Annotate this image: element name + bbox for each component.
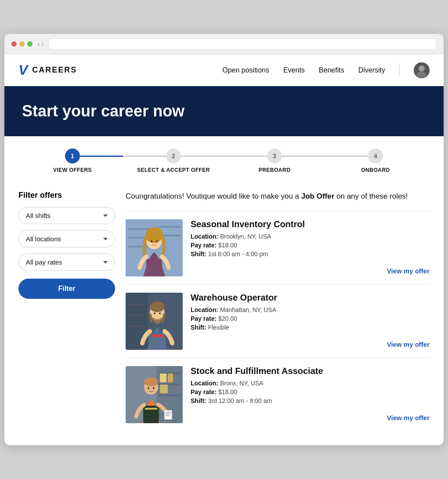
job-pay-3: Pay rate: $18.00 <box>191 388 430 396</box>
user-avatar[interactable] <box>414 62 430 78</box>
view-offer-button-2[interactable]: View my offer <box>387 341 430 348</box>
step-1-container: 1 VIEW OFFERS <box>22 149 123 173</box>
job-shift-label-2: Shift: <box>191 324 206 331</box>
logo-area: V CAREERS <box>18 62 77 78</box>
dot-minimize[interactable] <box>19 41 25 47</box>
nav-diversity[interactable]: Diversity <box>358 66 385 74</box>
svg-rect-34 <box>160 385 168 393</box>
job-location-1: Location: Brooklyn, NY, USA <box>191 233 430 240</box>
job-info-2: Warehouse Operator Location: Manhattan, … <box>191 293 430 333</box>
browser-dots <box>11 41 33 47</box>
stock-person-svg <box>126 366 183 423</box>
navbar: V CAREERS Open positions Events Benefits… <box>4 54 444 86</box>
job-shift-value-3-text: 3rd 12:00 am - 8:00 am <box>208 397 272 404</box>
nav-events[interactable]: Events <box>283 66 305 74</box>
step-2-line-wrapper: 2 <box>123 149 224 163</box>
warehouse-person-svg <box>126 293 183 350</box>
browser-bar: ‹ › <box>4 34 444 54</box>
step-1-left-line <box>22 156 65 157</box>
dot-maximize[interactable] <box>27 41 33 47</box>
filter-button[interactable]: Filter <box>18 279 115 299</box>
step-3-left-line <box>224 156 267 157</box>
shifts-dropdown[interactable]: All shifts <box>18 207 115 224</box>
pay-rates-dropdown[interactable]: All pay rates <box>18 254 115 271</box>
step-1-right-line <box>80 156 123 157</box>
job-card-1: Seasonal Inventory Control Location: Bro… <box>126 211 430 284</box>
job-listings: Coungratulations! Voutique would like to… <box>126 191 430 431</box>
nav-benefits[interactable]: Benefits <box>319 66 344 74</box>
step-2-container: 2 SELECT & ACCEPT OFFER <box>123 149 224 173</box>
locations-dropdown[interactable]: All locations <box>18 230 115 247</box>
job-shift-label-1: Shift: <box>191 250 206 258</box>
svg-rect-17 <box>128 315 145 316</box>
step-4-container: 4 ONBOARD <box>325 149 426 173</box>
svg-rect-10 <box>146 259 162 276</box>
step-4-left-line <box>325 156 368 157</box>
step-2-left-line <box>123 156 166 157</box>
job-shift-value-1-text: 1st 8:00 am - 4:00 pm <box>208 250 268 258</box>
job-info-3: Stock and Fulfillment Associate Location… <box>191 366 430 406</box>
filter-sidebar: Filter offers All shifts All locations A… <box>18 191 115 431</box>
congratulations-prefix: Coungratulations! Voutique would like to… <box>126 192 301 200</box>
view-offer-button-1[interactable]: View my offer <box>387 267 430 275</box>
url-bar[interactable] <box>49 38 437 50</box>
job-shift-3: Shift: 3rd 12:00 am - 8:00 am <box>191 397 430 404</box>
svg-point-25 <box>154 312 155 314</box>
svg-rect-44 <box>166 414 171 414</box>
step-2-circle: 2 <box>166 149 181 163</box>
inventory-image <box>126 219 183 276</box>
logo-icon: V <box>18 62 28 78</box>
browser-window: ‹ › V CAREERS Open positions Events Bene… <box>4 34 444 445</box>
svg-rect-32 <box>160 374 166 382</box>
svg-rect-4 <box>128 228 150 230</box>
step-4-circle: 4 <box>368 149 383 163</box>
steps-progress-bar: 1 VIEW OFFERS 2 SELECT & ACCEPT OFFER 3 … <box>4 136 444 180</box>
job-location-label-1: Location: <box>191 233 218 240</box>
job-pay-value-1-text: $18.00 <box>218 242 237 249</box>
step-3-container: 3 PREBOARD <box>224 149 325 173</box>
svg-rect-23 <box>159 329 162 334</box>
job-title-3: Stock and Fulfillment Associate <box>191 366 430 376</box>
step-3-line-wrapper: 3 <box>224 149 325 163</box>
pay-rates-chevron-icon <box>103 261 108 264</box>
job-location-label-3: Location: <box>191 380 218 387</box>
job-location-label-2: Location: <box>191 306 218 313</box>
step-2-right-line <box>181 156 224 157</box>
step-3-circle: 3 <box>267 149 282 163</box>
step-1-circle: 1 <box>65 149 80 163</box>
job-pay-label-3: Pay rate: <box>191 388 217 396</box>
step-1-label: VIEW OFFERS <box>53 167 92 173</box>
svg-point-1 <box>419 65 425 72</box>
forward-icon[interactable]: › <box>42 40 44 47</box>
browser-nav-arrows[interactable]: ‹ › <box>38 40 43 47</box>
svg-point-11 <box>145 227 163 243</box>
svg-rect-45 <box>166 415 169 416</box>
svg-point-26 <box>159 312 161 314</box>
svg-rect-18 <box>128 326 145 327</box>
svg-rect-37 <box>145 408 157 410</box>
svg-rect-31 <box>159 395 181 396</box>
dot-close[interactable] <box>11 41 17 47</box>
locations-dropdown-label: All locations <box>26 235 61 243</box>
job-title-2: Warehouse Operator <box>191 293 430 303</box>
job-pay-label-1: Pay rate: <box>191 242 217 249</box>
job-location-value-3-text: Bronx, NY, USA <box>220 380 264 387</box>
svg-point-39 <box>148 387 149 389</box>
nav-open-positions[interactable]: Open positions <box>222 66 269 74</box>
locations-chevron-icon <box>103 238 108 240</box>
job-shift-label-3: Shift: <box>191 397 206 404</box>
svg-rect-21 <box>151 334 163 337</box>
back-icon[interactable]: ‹ <box>38 40 40 47</box>
avatar-icon <box>414 62 430 78</box>
job-card-2: Warehouse Operator Location: Manhattan, … <box>126 284 430 358</box>
job-location-value-1-text: Brooklyn, NY, USA <box>220 233 271 240</box>
hero-title: Start your career now <box>22 102 426 120</box>
step-3-label: PREBOARD <box>259 167 291 173</box>
step-4-label: ONBOARD <box>361 167 390 173</box>
shifts-chevron-icon <box>103 214 108 217</box>
job-pay-value-2-text: $20.00 <box>218 315 237 322</box>
job-shift-value-2-text: Flexible <box>208 324 229 331</box>
filter-title: Filter offers <box>18 191 115 200</box>
svg-rect-33 <box>168 374 173 382</box>
view-offer-button-3[interactable]: View my offer <box>387 414 430 421</box>
